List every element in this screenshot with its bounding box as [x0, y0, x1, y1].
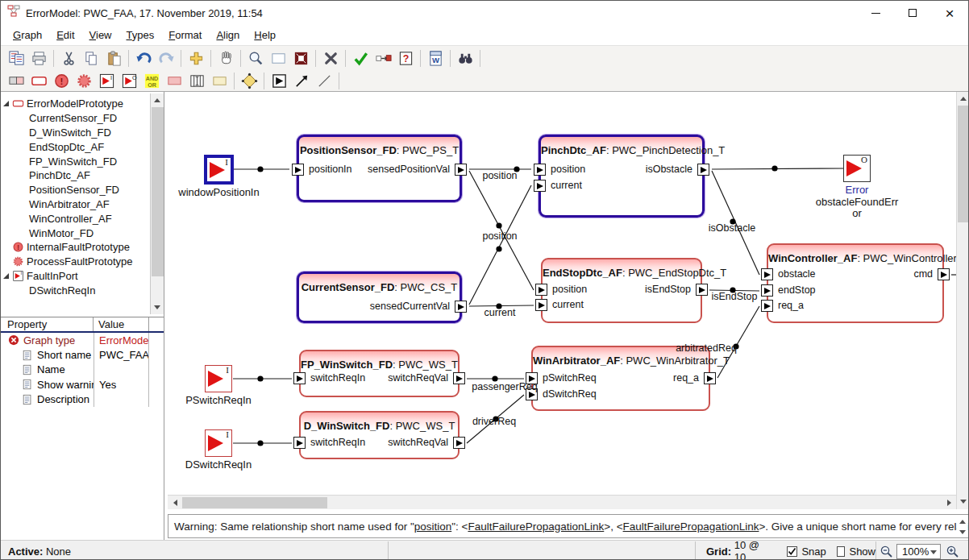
menu-edit[interactable]: Edit [49, 27, 81, 44]
port-FP_WinSwitch_FD-switchReqVal[interactable] [453, 372, 465, 384]
tree-item-CurrentSensor_FD[interactable]: CurrentSensor_FD [1, 111, 149, 126]
port-tool-button[interactable] [268, 71, 290, 91]
wire-label-passengerReq-6[interactable]: passengerReq [472, 381, 537, 392]
zoom-rect-button[interactable] [267, 48, 289, 68]
warning-link[interactable]: position [414, 521, 452, 533]
port-EndStopDtc_AF-position[interactable] [535, 284, 547, 296]
maximize-button[interactable] [894, 1, 931, 25]
barrier-button[interactable] [185, 71, 208, 91]
block-D_WinSwitch_FD[interactable]: D_WinSwitch_FD: PWC_WS_TswitchReqInswitc… [299, 411, 460, 459]
spinner-up-icon[interactable] [959, 520, 966, 524]
port-WinArbitrator_AF-req_a[interactable] [704, 372, 716, 384]
port-FP_WinSwitch_FD-switchReqIn[interactable] [293, 372, 306, 384]
diagram-canvas[interactable]: PositionSensor_FD: PWC_PS_TpositionInsen… [168, 92, 956, 495]
spinner-down-icon[interactable] [959, 530, 966, 534]
tree-item-DSwitchReqIn[interactable]: DSwitchReqIn [1, 283, 149, 297]
port-WinController_AF-obstacle[interactable] [761, 268, 773, 280]
wire-label-isEndStop-4[interactable]: isEndStop [712, 291, 758, 302]
tree-scroll-up[interactable] [151, 94, 164, 106]
origin-cross-button[interactable] [185, 48, 207, 68]
check-doc-button[interactable]: ? [394, 48, 417, 68]
tree-item-FP_WinSwitch_FD[interactable]: FP_WinSwitch_FD [1, 154, 149, 168]
property-row-show-warning[interactable]: Show warningYes [1, 377, 164, 392]
property-row-name[interactable]: Name [1, 363, 164, 377]
close-button[interactable]: × [931, 1, 968, 25]
property-value[interactable] [94, 392, 149, 407]
menu-types[interactable]: Types [119, 27, 162, 44]
port-PinchDtc_AF-isObstacle[interactable] [697, 164, 709, 176]
property-row-short-name[interactable]: Short namePWC_FAA [1, 347, 164, 362]
tree-item-D_WinSwitch_FD[interactable]: D_WinSwitch_FD [1, 126, 149, 140]
io-port-PSwitchReqIn[interactable]: I [205, 365, 232, 392]
copy-button[interactable] [80, 48, 102, 68]
tree-item-PositionSensor_FD[interactable]: PositionSensor_FD [1, 183, 149, 197]
tree-scroll-down[interactable] [151, 301, 164, 313]
tree-item-WinController_AF[interactable]: WinController_AF [1, 211, 149, 226]
tree-item-WinMotor_FD[interactable]: WinMotor_FD [1, 226, 149, 240]
show-checkbox[interactable] [837, 546, 846, 557]
cut-button[interactable] [57, 48, 80, 68]
canvas-vscrollbar[interactable] [956, 92, 969, 509]
note-button[interactable] [208, 71, 231, 91]
error-rect-button[interactable] [27, 71, 50, 91]
tree-scroll-thumb[interactable] [152, 107, 164, 276]
block-PinchDtc_AF[interactable]: PinchDtc_AF: PWC_PinchDetection_Tpositio… [539, 135, 705, 218]
port-EndStopDtc_AF-isEndStop[interactable] [696, 284, 708, 296]
arrow-tool-button[interactable] [290, 71, 313, 91]
tree-item-ErrorModelPrototype[interactable]: ErrorModelPrototype [1, 97, 149, 111]
port-PositionSensor_FD-sensedPositionVal[interactable] [455, 164, 467, 176]
port-EndStopDtc_AF-current[interactable] [535, 299, 547, 311]
wire-label-driverReq-7[interactable]: driverReq [472, 416, 516, 427]
internal-fault-button[interactable]: ! [50, 71, 73, 91]
delete-button[interactable] [319, 48, 342, 68]
and-or-gate-button[interactable]: ANDOR [140, 71, 163, 91]
wire-label-arbitratedReq-5[interactable]: arbitratedReq [676, 342, 737, 354]
block-WinArbitrator_AF[interactable]: WinArbitrator_AF: PWC_WinArbitrator_TpSw… [531, 346, 710, 411]
port-D_WinSwitch_FD-switchReqVal[interactable] [453, 437, 465, 449]
undo-button[interactable] [132, 48, 155, 68]
pink-rect-button[interactable] [163, 71, 185, 91]
vscroll-thumb[interactable] [958, 106, 969, 222]
line-tool-button[interactable] [313, 71, 335, 91]
warning-link[interactable]: FaultFailurePropagationLink [468, 521, 604, 533]
tree-item-ProcessFaultPrototype[interactable]: ProcessFaultPrototype [1, 255, 149, 269]
fault-in-port-button[interactable]: I [95, 71, 118, 91]
tree-item-WinArbitrator_AF[interactable]: WinArbitrator_AF [1, 197, 149, 212]
block-EndStopDtc_AF[interactable]: EndStopDtc_AF: PWC_EndStopDtc_Tpositionc… [541, 258, 702, 323]
warning-link[interactable]: FaultFailurePropagationLink [623, 521, 759, 533]
search-binoculars-button[interactable] [454, 48, 476, 68]
port-PositionSensor_FD-positionIn[interactable] [292, 164, 304, 176]
menu-align[interactable]: Align [209, 27, 247, 44]
menu-help[interactable]: Help [247, 27, 283, 44]
expander-icon[interactable] [3, 101, 9, 106]
copy-drawing-button[interactable] [5, 48, 27, 68]
block-CurrentSensor_FD[interactable]: CurrentSensor_FD: PWC_CS_TsensedCurrentV… [297, 272, 462, 323]
warning-scroll-spinner[interactable] [957, 517, 967, 537]
tree-item-EndStopDtc_AF[interactable]: EndStopDtc_AF [1, 139, 149, 154]
paste-button[interactable] [102, 48, 125, 68]
zoom-out-button[interactable] [880, 545, 893, 558]
hscroll-thumb[interactable] [182, 497, 327, 508]
vscroll-up[interactable] [957, 93, 969, 105]
io-port-windowPositionIn[interactable]: I [204, 155, 234, 185]
port-PinchDtc_AF-position[interactable] [534, 164, 546, 176]
pan-hand-button[interactable] [214, 48, 237, 68]
wire-label-position-0[interactable]: position [482, 170, 517, 181]
menu-view[interactable]: View [82, 27, 119, 44]
property-value[interactable]: Yes [94, 377, 149, 392]
property-row-graph-type[interactable]: Graph typeErrorMode [1, 333, 164, 347]
tree-item-InternalFaultPrototype[interactable]: !InternalFaultPrototype [1, 240, 149, 255]
vscroll-down[interactable] [957, 496, 969, 508]
port-PinchDtc_AF-current[interactable] [534, 180, 546, 192]
hscroll-left[interactable] [168, 496, 181, 508]
io-port-DSwitchReqIn[interactable]: I [205, 429, 232, 457]
minimize-button[interactable] [857, 1, 894, 25]
port-WinController_AF-req_a[interactable] [761, 300, 773, 312]
wire-label-current-2[interactable]: current [484, 307, 516, 318]
word-report-button[interactable]: W [424, 48, 447, 68]
print-button[interactable] [27, 48, 50, 68]
zoom-button[interactable] [244, 48, 267, 68]
connection-line-3[interactable] [469, 185, 531, 305]
snap-checkbox[interactable] [787, 546, 797, 557]
block-WinController_AF[interactable]: WinController_AF: PWC_WinController_Tobs… [767, 243, 944, 323]
